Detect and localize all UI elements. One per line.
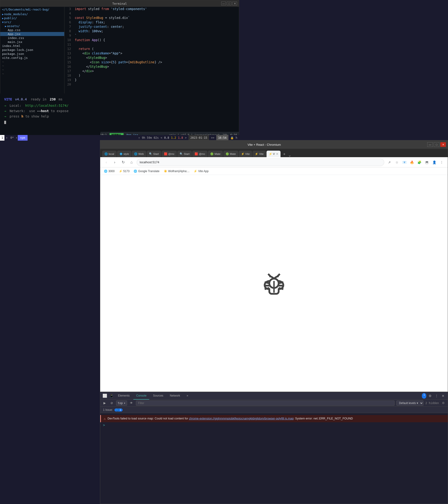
- tab-mc1-icon: 🟥: [164, 152, 167, 156]
- tab-mc2-icon: 🟥: [195, 152, 198, 156]
- chrome-tab-style[interactable]: 💠 style: [117, 151, 131, 157]
- tree-item-index-html[interactable]: index.html: [0, 44, 64, 48]
- chrome-close-btn[interactable]: ✕: [440, 142, 446, 147]
- chrome-address-input[interactable]: [137, 159, 384, 166]
- vite-arrow-2: →: [4, 109, 6, 113]
- chrome-tab-start2[interactable]: 🔍 Start: [177, 151, 192, 157]
- chrome-puzzle-btn[interactable]: 🧩: [416, 159, 423, 166]
- bookmark-5173[interactable]: ⚡ 5173: [117, 168, 131, 174]
- chrome-home-btn[interactable]: ⌂: [128, 159, 135, 166]
- code-line-3: import styled from 'styled-components': [75, 7, 237, 11]
- tree-item-app-css[interactable]: App.css: [0, 28, 64, 32]
- devtools-network-label: Network: [170, 394, 180, 397]
- chrome-tab-mc1[interactable]: 🟥 @mc: [162, 151, 177, 157]
- console-prompt: >: [100, 422, 448, 428]
- tree-item-index-css[interactable]: index.css: [0, 36, 64, 40]
- bookmark-wolfram[interactable]: ☀️ Wolfram|Alpha:...: [162, 168, 192, 174]
- chrome-extension-btn1[interactable]: 📧: [401, 159, 408, 166]
- chrome-content-area: ⬜ 📱 Elements Console Sources Network » 1: [100, 175, 448, 504]
- code-line-9: `: [75, 33, 237, 38]
- tree-item-app-jsx[interactable]: App.jsx: [0, 32, 64, 36]
- bookmark-vite-app[interactable]: ⚡ Vite App: [192, 168, 210, 174]
- chrome-share-btn[interactable]: ↗: [386, 159, 393, 166]
- chrome-sidebar-btn[interactable]: ⬒: [424, 159, 430, 166]
- console-stop-btn[interactable]: ⊘: [109, 400, 114, 406]
- code-line-5: const StyledBug = styled.div`: [75, 16, 237, 20]
- terminal-close-btn[interactable]: ✕: [233, 2, 237, 5]
- tmux-npm-window[interactable]: npm: [18, 135, 28, 141]
- tmux-arrow-up: ↑: [138, 136, 140, 139]
- tmux-load5: 1.2: [171, 136, 176, 139]
- bookmark-translate[interactable]: 🌐 Google Translate: [132, 168, 161, 174]
- console-top-selector[interactable]: top ▾: [116, 400, 127, 406]
- devtools-tab-console[interactable]: Console: [133, 392, 149, 400]
- bookmark-3000[interactable]: 🌐 3000: [102, 168, 117, 174]
- chrome-extension-btn2[interactable]: 🔥: [409, 159, 415, 166]
- devtools-settings-btn[interactable]: ⚙: [427, 393, 433, 399]
- chrome-new-tab-btn[interactable]: +: [281, 151, 287, 157]
- devtools-tab-elements[interactable]: Elements: [115, 392, 132, 400]
- terminal-minimize-btn[interactable]: —: [221, 2, 226, 5]
- tree-item-package-lock[interactable]: package-lock.json: [0, 48, 64, 52]
- devtools-inspect-btn[interactable]: ⬜: [102, 393, 108, 399]
- code-line-16: </StyledBug>: [75, 64, 237, 69]
- devtools-menu-btn[interactable]: ⋮: [434, 393, 439, 399]
- tree-item-package-json[interactable]: package.json: [0, 52, 64, 56]
- chrome-tab-mc2[interactable]: 🟥 @mc: [192, 151, 207, 157]
- issues-label: 1 Issue: 🔵 1: [103, 408, 123, 412]
- terminal-maximize-btn[interactable]: □: [227, 2, 232, 5]
- chrome-forward-btn[interactable]: ›: [111, 159, 118, 166]
- chrome-reload-btn[interactable]: ↻: [120, 159, 126, 166]
- devtools-tab-sources[interactable]: Sources: [150, 392, 166, 400]
- chrome-minimize-btn[interactable]: —: [427, 142, 433, 147]
- console-play-btn[interactable]: ▶: [102, 400, 107, 406]
- vite-output: VITE v4.0.4 ready in 230 ms → Local: htt…: [0, 93, 100, 135]
- terminal-controls: — □ ✕: [221, 2, 237, 5]
- issues-badge: 🔵 1: [114, 409, 122, 412]
- console-eye-btn[interactable]: 👁: [129, 400, 134, 406]
- devtools-close-btn[interactable]: ✕: [440, 393, 446, 399]
- chrome-tab-mate1[interactable]: 🟢 Mate: [208, 151, 223, 157]
- code-line-6: display: flex;: [75, 20, 237, 24]
- chrome-tab-web[interactable]: 🌐 Web: [132, 151, 146, 157]
- devtools-device-btn[interactable]: 📱: [109, 393, 114, 399]
- console-filter-input[interactable]: [136, 400, 394, 406]
- chrome-profile-btn[interactable]: 👤: [431, 159, 437, 166]
- tree-item-vite-config[interactable]: vite.config.js: [0, 56, 64, 60]
- tab-v-close[interactable]: ✕: [276, 153, 278, 156]
- tree-item-public[interactable]: ▶public/: [0, 16, 64, 20]
- chrome-tab-overflow[interactable]: ⌄: [288, 153, 291, 157]
- tree-tilde-1: ~: [0, 60, 64, 64]
- console-levels-select[interactable]: Default levels ▾: [396, 400, 424, 406]
- prompt-arrow-icon: >: [103, 423, 105, 427]
- tab-style-icon: 💠: [119, 152, 123, 156]
- vite-cursor-line: [4, 120, 96, 125]
- tmux-lock-icon: 🔒: [230, 136, 234, 139]
- chrome-more-btn[interactable]: ⋮: [438, 159, 445, 166]
- chrome-back-btn[interactable]: ‹: [103, 159, 109, 166]
- tree-item-node-modules[interactable]: ▶node_modules/: [0, 12, 64, 16]
- devtools-tab-more[interactable]: »: [184, 392, 191, 400]
- chrome-tab-vite2[interactable]: ⚡ Vite: [252, 151, 266, 157]
- tmux-load-bracket-close: >: [185, 136, 187, 139]
- error-link[interactable]: chrome-extension://gighmmmpiobklfepjocna…: [189, 417, 294, 420]
- chrome-bookmark-btn[interactable]: ☆: [394, 159, 400, 166]
- svg-line-6: [279, 282, 283, 283]
- tab-start2-icon: 🔍: [180, 152, 183, 156]
- tree-item-src[interactable]: ▼src/: [0, 20, 64, 24]
- tree-item-main-jsx[interactable]: main.jsx: [0, 40, 64, 44]
- vite-logo: VITE: [4, 97, 12, 101]
- tmux-h-key: h: [236, 136, 237, 139]
- devtools-tab-network[interactable]: Network: [167, 392, 183, 400]
- tab-vite1-label: Vite: [245, 153, 250, 155]
- chrome-maximize-btn[interactable]: □: [434, 142, 439, 147]
- chrome-tab-v-active[interactable]: ⚡ V ✕: [267, 151, 281, 157]
- tab-vite2-label: Vite: [259, 153, 264, 155]
- tmux-window-num[interactable]: 1: [0, 135, 4, 141]
- tree-item-assets[interactable]: ▶assets/: [0, 24, 64, 28]
- chrome-tab-start1[interactable]: 🔍 Start: [147, 151, 161, 157]
- chrome-tab-local[interactable]: 🌐 local: [102, 151, 117, 157]
- chrome-tab-vite1[interactable]: ⚡ Vite: [239, 151, 252, 157]
- console-gear-btn[interactable]: ⚙: [441, 400, 446, 406]
- chrome-tab-mate2[interactable]: 🟢 Mate: [223, 151, 238, 157]
